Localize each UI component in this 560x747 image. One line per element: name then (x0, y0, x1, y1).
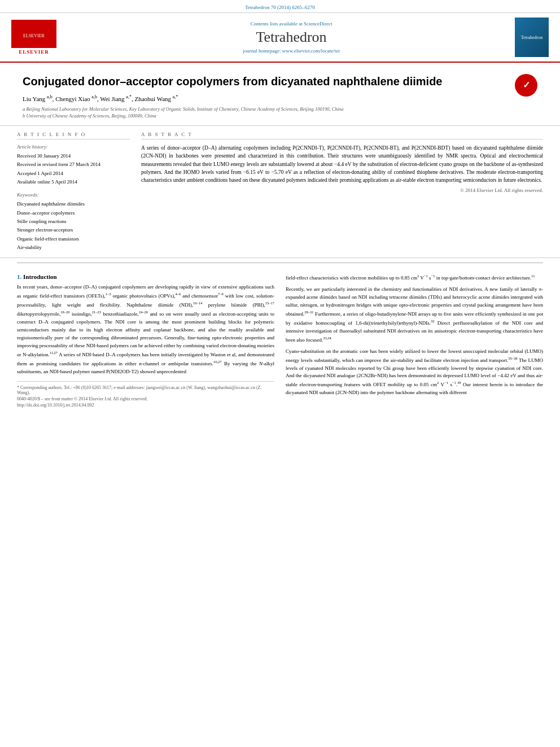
affiliations: a Beijing National Laboratory for Molecu… (23, 106, 537, 120)
keyword-2: Donor–acceptor copolymers (17, 209, 130, 217)
elsevier-text: ELSEVIER (19, 49, 49, 55)
article-title-area: Conjugated donor–acceptor copolymers fro… (0, 63, 560, 126)
elsevier-logo-image: ELSEVIER (11, 20, 56, 48)
abstract-copyright: © 2014 Elsevier Ltd. All rights reserved… (141, 187, 543, 193)
right-paragraph-1: field-effect characteristics with electr… (286, 273, 543, 397)
abstract-text: A series of donor–acceptor (D–A) alterna… (141, 144, 543, 184)
history-online: Available online 5 April 2014 (17, 178, 130, 186)
keyword-6: Air-stability (17, 243, 130, 252)
svg-text:✓: ✓ (523, 80, 530, 90)
article-info-column: A R T I C L E I N F O Article history: R… (17, 132, 130, 252)
article-info-label: A R T I C L E I N F O (17, 132, 130, 139)
history-received: Received 30 January 2014 (17, 152, 130, 160)
article-title: Conjugated donor–acceptor copolymers fro… (23, 74, 485, 89)
body-left-column: 1. Introduction In recent years, donor–a… (17, 273, 274, 409)
keyword-3: Stille coupling reactions (17, 217, 130, 226)
footer-copyright: 0040-4020/$ – see front matter © 2014 El… (17, 396, 274, 401)
introduction-paragraph-1: In recent years, donor–acceptor (D–A) co… (17, 283, 274, 375)
article-info-abstract: A R T I C L E I N F O Article history: R… (0, 126, 560, 258)
authors: Liu Yang a,b, Chengyi Xiao a,b, Wei Jian… (23, 94, 537, 102)
history-accepted: Accepted 1 April 2014 (17, 169, 130, 178)
footer-doi: http://dx.doi.org/10.1016/j.tet.2014.04.… (17, 403, 274, 408)
main-body: 1. Introduction In recent years, donor–a… (0, 268, 560, 414)
crossmark-badge: ✓ (515, 74, 537, 97)
journal-center: Contents lists available at ScienceDirec… (68, 21, 515, 54)
keyword-5: Organic field-effect transistors (17, 235, 130, 243)
sciencedirect-link: Contents lists available at ScienceDirec… (68, 21, 515, 27)
body-right-column: field-effect characteristics with electr… (286, 273, 543, 409)
abstract-column: A B S T R A C T A series of donor–accept… (141, 132, 543, 252)
elsevier-logo: ELSEVIER ELSEVIER (11, 20, 56, 55)
journal-thumbnail: Tetrahedron (515, 18, 549, 57)
divider (17, 263, 543, 263)
corresponding-author-footnote: * Corresponding authors. Tel.: +86 (0)10… (17, 385, 274, 395)
keywords-section: Keywords: Dicyanated naphthalene diimide… (17, 192, 130, 252)
journal-homepage: journal homepage: www.elsevier.com/locat… (68, 48, 515, 54)
history-label: Article history: (17, 144, 130, 150)
abstract-label: A B S T R A C T (141, 132, 543, 139)
keyword-1: Dicyanated naphthalene diimides (17, 200, 130, 208)
journal-name: Tetrahedron (68, 29, 515, 46)
keywords-label: Keywords: (17, 192, 130, 198)
introduction-heading: 1. Introduction (17, 273, 274, 280)
journal-citation: Tetrahedron 70 (2014) 6265–6270 (0, 0, 560, 13)
footnote-area: * Corresponding authors. Tel.: +86 (0)10… (17, 381, 274, 408)
journal-header: ELSEVIER ELSEVIER Contents lists availab… (0, 13, 560, 63)
keyword-4: Stronger electron-acceptors (17, 226, 130, 234)
svg-text:ELSEVIER: ELSEVIER (23, 33, 45, 38)
history-revised: Received in revised form 27 March 2014 (17, 160, 130, 169)
